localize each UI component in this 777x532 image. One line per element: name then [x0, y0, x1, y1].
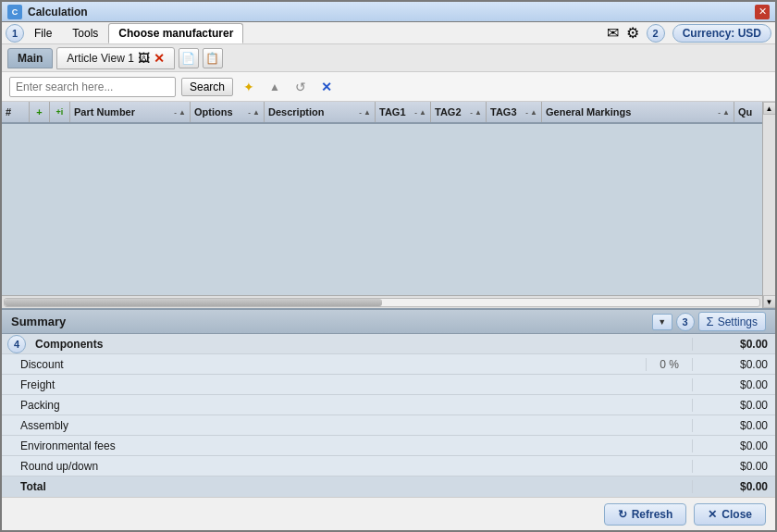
title-bar-left: C Calculation: [7, 5, 88, 19]
refresh-icon: ↻: [618, 508, 627, 521]
summary-row-discount: Discount 0 % $0.00: [2, 354, 775, 375]
app-icon: C: [7, 5, 22, 19]
col-sort-tag3[interactable]: - ▲: [525, 108, 537, 117]
menu-bar: 1 File Tools Choose manufacturer ✉ ⚙ 2 C…: [2, 22, 775, 44]
horizontal-scrollbar[interactable]: [2, 295, 762, 308]
search-input[interactable]: [9, 77, 176, 97]
refresh-label: Refresh: [632, 508, 673, 521]
scroll-up-arrow[interactable]: ▲: [763, 102, 776, 115]
scroll-down-arrow[interactable]: ▼: [763, 295, 776, 308]
refresh-button[interactable]: ↻ Refresh: [604, 503, 687, 526]
col-add-icon: +: [36, 106, 42, 118]
summary-title: Summary: [11, 315, 66, 328]
summary-header-right: ▼ 3 Σ Settings: [652, 312, 766, 331]
components-value: $0.00: [692, 338, 775, 351]
table-area: # + +i Part Number - ▲ Options - ▲: [2, 102, 775, 308]
search-button[interactable]: Search: [181, 78, 233, 96]
env-fees-value: $0.00: [692, 439, 775, 452]
round-value: $0.00: [692, 460, 775, 473]
settings-button[interactable]: Σ Settings: [698, 312, 766, 331]
packing-label: Packing: [2, 399, 692, 412]
search-up-icon[interactable]: ▲: [265, 77, 285, 97]
menu-choose-manufacturer[interactable]: Choose manufacturer: [108, 23, 243, 43]
tab-article-close-icon[interactable]: ✕: [154, 51, 165, 66]
assembly-label: Assembly: [2, 419, 692, 432]
table-main: # + +i Part Number - ▲ Options - ▲: [2, 102, 762, 308]
close-button[interactable]: ✕ Close: [694, 503, 766, 526]
col-header-part-number: Part Number - ▲: [70, 102, 191, 122]
col-sort-description[interactable]: - ▲: [359, 108, 371, 117]
col-sort-tag1[interactable]: - ▲: [414, 108, 426, 117]
summary-row-env-fees: Environmental fees $0.00: [2, 436, 775, 456]
col-header-options: Options - ▲: [191, 102, 265, 122]
col-sort-tag2[interactable]: - ▲: [470, 108, 482, 117]
summary-row-total: Total $0.00: [2, 476, 775, 497]
col-header-tag3: TAG3 - ▲: [487, 102, 542, 122]
freight-label: Freight: [2, 378, 692, 391]
freight-value: $0.00: [692, 378, 775, 391]
window-close-button[interactable]: ✕: [755, 5, 770, 19]
title-bar: C Calculation ✕: [2, 2, 775, 22]
col-header-qty: Qu: [734, 102, 762, 122]
discount-value: $0.00: [692, 358, 775, 371]
col-add2-icon: +i: [56, 107, 64, 117]
col-header-add2: +i: [50, 102, 70, 122]
menu-file[interactable]: File: [24, 23, 62, 43]
tab-article-label: Article View 1: [67, 52, 133, 65]
discount-label: Discount: [2, 358, 646, 371]
col-header-tag1: TAG1 - ▲: [376, 102, 431, 122]
col-header-idx: #: [2, 102, 30, 122]
settings-icon: ⚙: [626, 24, 639, 42]
total-label: Total: [2, 480, 692, 493]
badge-4: 4: [7, 335, 26, 353]
toolbar-row: Main Article View 1 🖼 ✕ 📄 📋: [2, 44, 775, 72]
toolbar-copy-btn[interactable]: 📄: [179, 48, 199, 68]
search-clear-icon[interactable]: ✕: [316, 77, 337, 97]
email-icon: ✉: [607, 24, 619, 42]
search-star-icon[interactable]: ✦: [239, 77, 259, 97]
menu-right: ✉ ⚙ 2 Currency: USD: [607, 24, 771, 43]
summary-row-freight: Freight $0.00: [2, 375, 775, 395]
summary-row-assembly: Assembly $0.00: [2, 415, 775, 436]
col-sort-gm[interactable]: - ▲: [718, 108, 730, 117]
round-label: Round up/down: [2, 460, 692, 473]
components-label: Components: [26, 338, 692, 351]
badge-4-area: 4 Components: [2, 335, 692, 353]
footer-bar: ↻ Refresh ✕ Close: [2, 497, 775, 530]
summary-section: Summary ▼ 3 Σ Settings 4 Components $0.0…: [2, 308, 775, 497]
table-header: # + +i Part Number - ▲ Options - ▲: [2, 102, 762, 124]
search-row: Search ✦ ▲ ↺ ✕: [2, 72, 775, 102]
col-header-general-markings: General Markings - ▲: [542, 102, 734, 122]
main-content: # + +i Part Number - ▲ Options - ▲: [2, 102, 775, 530]
col-sort-options[interactable]: - ▲: [248, 108, 260, 117]
settings-label: Settings: [718, 315, 758, 328]
main-window: C Calculation ✕ 1 File Tools Choose manu…: [0, 0, 777, 532]
table-body: [2, 124, 762, 295]
tab-main[interactable]: Main: [7, 48, 53, 68]
summary-dropdown-btn[interactable]: ▼: [652, 314, 672, 330]
discount-pct: 0 %: [646, 358, 692, 371]
col-sort-part-number[interactable]: - ▲: [174, 108, 186, 117]
scrollbar-track[interactable]: [4, 298, 760, 307]
badge-3: 3: [676, 313, 695, 331]
summary-row-round: Round up/down $0.00: [2, 456, 775, 476]
scrollbar-thumb[interactable]: [5, 299, 382, 306]
vertical-scrollbar: ▲ ▼: [762, 102, 775, 308]
tab-article-view[interactable]: Article View 1 🖼 ✕: [56, 47, 174, 69]
tab-article-img-icon: 🖼: [138, 51, 150, 65]
col-header-description: Description - ▲: [265, 102, 376, 122]
total-value: $0.00: [692, 480, 775, 493]
currency-display: Currency: USD: [672, 24, 771, 43]
search-refresh-icon[interactable]: ↺: [290, 77, 311, 97]
toolbar-paste-btn[interactable]: 📋: [203, 48, 223, 68]
menu-tools[interactable]: Tools: [62, 23, 108, 43]
summary-row-packing: Packing $0.00: [2, 395, 775, 415]
col-header-add: +: [30, 102, 50, 122]
assembly-value: $0.00: [692, 419, 775, 432]
badge-1: 1: [6, 24, 24, 43]
close-icon: ✕: [708, 508, 717, 521]
summary-components-row: 4 Components $0.00: [2, 334, 775, 354]
sigma-icon: Σ: [707, 315, 714, 328]
summary-header: Summary ▼ 3 Σ Settings: [2, 310, 775, 334]
close-label: Close: [722, 508, 752, 521]
